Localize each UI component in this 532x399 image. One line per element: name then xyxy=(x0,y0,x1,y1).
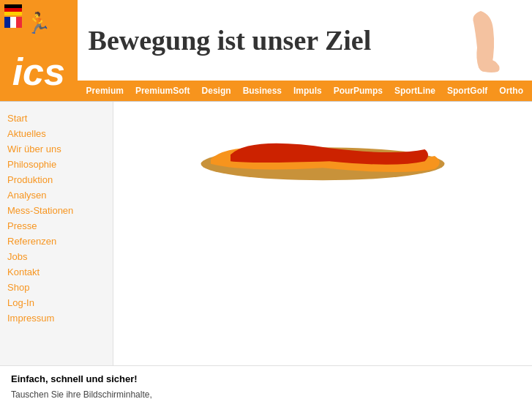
logo-box: 🏃 ics xyxy=(0,0,78,101)
flag-fr[interactable] xyxy=(4,17,22,28)
sidebar-item-kontakt[interactable]: Kontakt xyxy=(7,264,105,280)
sidebar-item-referenzen[interactable]: Referenzen xyxy=(7,234,105,249)
sidebar: Start Aktuelles Wir über uns Philosophie… xyxy=(0,102,113,365)
nav-item-sportgolf[interactable]: SportGolf xyxy=(441,83,493,99)
sidebar-item-analysen[interactable]: Analysen xyxy=(7,187,105,203)
header-title: Bewegung ist unser Ziel xyxy=(89,24,372,56)
sidebar-item-shop[interactable]: Shop xyxy=(7,280,105,295)
nav-item-premiumsoft[interactable]: PremiumSoft xyxy=(130,83,196,99)
sidebar-item-impressum[interactable]: Impressum xyxy=(7,310,105,326)
nav-item-design[interactable]: Design xyxy=(196,83,237,99)
sidebar-item-produktion[interactable]: Produktion xyxy=(7,172,105,187)
nav-item-sportline[interactable]: SportLine xyxy=(389,83,441,99)
nav-bar: Premium PremiumSoft Design Business Impu… xyxy=(78,81,532,101)
logo-figure: 🏃 xyxy=(26,11,51,35)
nav-item-ortho[interactable]: Ortho xyxy=(493,83,529,99)
nav-item-pourpumps[interactable]: PourPumps xyxy=(328,83,389,99)
sidebar-item-presse[interactable]: Presse xyxy=(7,218,105,234)
flag-area xyxy=(4,4,22,28)
bottom-heading: Einfach, schnell und sicher! xyxy=(11,373,521,384)
header-image xyxy=(433,7,521,73)
sidebar-item-wir-ueber-uns[interactable]: Wir über uns xyxy=(7,141,105,157)
sidebar-item-philosophie[interactable]: Philosophie xyxy=(7,157,105,172)
header-title-area: Bewegung ist unser Ziel xyxy=(78,0,532,81)
header: 🏃 ics Bewegung ist unser Ziel Premium Pr… xyxy=(0,0,532,102)
sidebar-item-start[interactable]: Start xyxy=(7,111,105,126)
nav-item-business[interactable]: Business xyxy=(237,83,288,99)
sidebar-item-mess-stationen[interactable]: Mess-Stationen xyxy=(7,203,105,218)
nav-item-impuls[interactable]: Impuls xyxy=(288,83,328,99)
bottom-text-line1: Tauschen Sie ihre Bildschirminhalte, xyxy=(11,388,521,399)
logo-text: ics xyxy=(12,53,65,91)
insole-area xyxy=(128,116,517,184)
header-right: Bewegung ist unser Ziel Premium PremiumS… xyxy=(78,0,532,101)
content-area xyxy=(113,102,532,365)
sidebar-item-log-in[interactable]: Log-In xyxy=(7,295,105,310)
main: Start Aktuelles Wir über uns Philosophie… xyxy=(0,102,532,365)
nav-item-premium[interactable]: Premium xyxy=(80,83,130,99)
bottom-info: Einfach, schnell und sicher! Tauschen Si… xyxy=(0,365,532,399)
sidebar-item-jobs[interactable]: Jobs xyxy=(7,249,105,264)
flag-de[interactable] xyxy=(4,4,22,15)
sidebar-item-aktuelles[interactable]: Aktuelles xyxy=(7,126,105,141)
